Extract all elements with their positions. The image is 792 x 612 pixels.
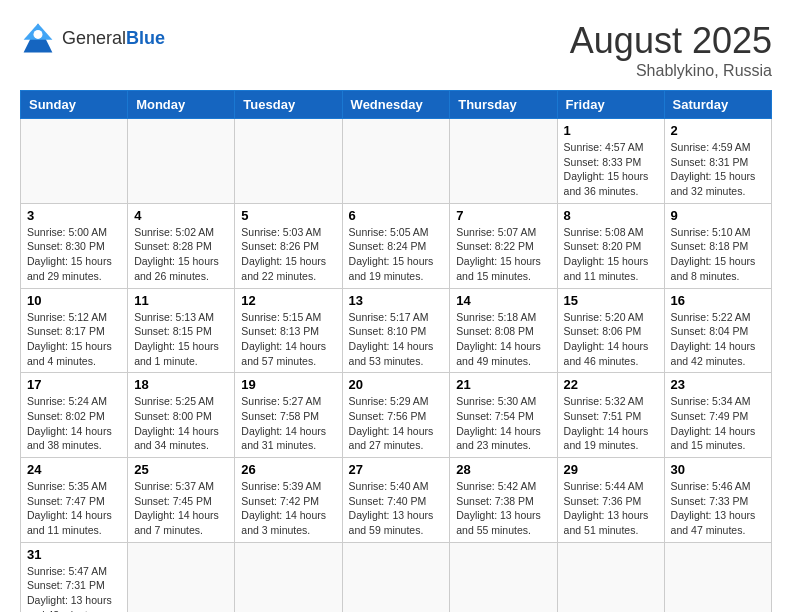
day-number: 17 <box>27 377 121 392</box>
day-info: Sunrise: 5:46 AM Sunset: 7:33 PM Dayligh… <box>671 479 765 538</box>
day-number: 4 <box>134 208 228 223</box>
day-info: Sunrise: 5:00 AM Sunset: 8:30 PM Dayligh… <box>27 225 121 284</box>
day-number: 24 <box>27 462 121 477</box>
calendar-cell: 15Sunrise: 5:20 AM Sunset: 8:06 PM Dayli… <box>557 288 664 373</box>
calendar-cell <box>342 542 450 612</box>
calendar-cell <box>664 542 771 612</box>
logo: GeneralBlue <box>20 20 165 56</box>
week-row-2: 3Sunrise: 5:00 AM Sunset: 8:30 PM Daylig… <box>21 203 772 288</box>
calendar-cell: 1Sunrise: 4:57 AM Sunset: 8:33 PM Daylig… <box>557 119 664 204</box>
calendar-cell <box>450 119 557 204</box>
day-info: Sunrise: 5:37 AM Sunset: 7:45 PM Dayligh… <box>134 479 228 538</box>
day-info: Sunrise: 5:10 AM Sunset: 8:18 PM Dayligh… <box>671 225 765 284</box>
calendar-cell: 23Sunrise: 5:34 AM Sunset: 7:49 PM Dayli… <box>664 373 771 458</box>
month-title: August 2025 <box>570 20 772 62</box>
calendar-cell: 12Sunrise: 5:15 AM Sunset: 8:13 PM Dayli… <box>235 288 342 373</box>
weekday-header-sunday: Sunday <box>21 91 128 119</box>
svg-point-2 <box>34 30 43 39</box>
calendar-cell: 19Sunrise: 5:27 AM Sunset: 7:58 PM Dayli… <box>235 373 342 458</box>
day-number: 31 <box>27 547 121 562</box>
day-info: Sunrise: 5:12 AM Sunset: 8:17 PM Dayligh… <box>27 310 121 369</box>
day-info: Sunrise: 5:25 AM Sunset: 8:00 PM Dayligh… <box>134 394 228 453</box>
week-row-1: 1Sunrise: 4:57 AM Sunset: 8:33 PM Daylig… <box>21 119 772 204</box>
logo-blue: Blue <box>126 28 165 48</box>
day-number: 9 <box>671 208 765 223</box>
day-number: 14 <box>456 293 550 308</box>
calendar-cell <box>128 542 235 612</box>
calendar-cell: 10Sunrise: 5:12 AM Sunset: 8:17 PM Dayli… <box>21 288 128 373</box>
day-number: 29 <box>564 462 658 477</box>
day-info: Sunrise: 5:05 AM Sunset: 8:24 PM Dayligh… <box>349 225 444 284</box>
day-number: 15 <box>564 293 658 308</box>
calendar-cell <box>557 542 664 612</box>
day-number: 27 <box>349 462 444 477</box>
title-block: August 2025 Shablykino, Russia <box>570 20 772 80</box>
day-number: 19 <box>241 377 335 392</box>
day-info: Sunrise: 5:24 AM Sunset: 8:02 PM Dayligh… <box>27 394 121 453</box>
weekday-header-tuesday: Tuesday <box>235 91 342 119</box>
day-info: Sunrise: 5:18 AM Sunset: 8:08 PM Dayligh… <box>456 310 550 369</box>
calendar-cell: 16Sunrise: 5:22 AM Sunset: 8:04 PM Dayli… <box>664 288 771 373</box>
day-info: Sunrise: 5:27 AM Sunset: 7:58 PM Dayligh… <box>241 394 335 453</box>
location-title: Shablykino, Russia <box>570 62 772 80</box>
day-number: 3 <box>27 208 121 223</box>
day-number: 18 <box>134 377 228 392</box>
calendar-cell: 29Sunrise: 5:44 AM Sunset: 7:36 PM Dayli… <box>557 458 664 543</box>
logo-text: GeneralBlue <box>62 28 165 49</box>
day-info: Sunrise: 5:34 AM Sunset: 7:49 PM Dayligh… <box>671 394 765 453</box>
calendar-cell: 14Sunrise: 5:18 AM Sunset: 8:08 PM Dayli… <box>450 288 557 373</box>
weekday-header-friday: Friday <box>557 91 664 119</box>
day-info: Sunrise: 5:03 AM Sunset: 8:26 PM Dayligh… <box>241 225 335 284</box>
week-row-4: 17Sunrise: 5:24 AM Sunset: 8:02 PM Dayli… <box>21 373 772 458</box>
day-info: Sunrise: 5:17 AM Sunset: 8:10 PM Dayligh… <box>349 310 444 369</box>
day-info: Sunrise: 5:08 AM Sunset: 8:20 PM Dayligh… <box>564 225 658 284</box>
week-row-6: 31Sunrise: 5:47 AM Sunset: 7:31 PM Dayli… <box>21 542 772 612</box>
calendar-cell: 25Sunrise: 5:37 AM Sunset: 7:45 PM Dayli… <box>128 458 235 543</box>
day-number: 1 <box>564 123 658 138</box>
calendar-cell: 27Sunrise: 5:40 AM Sunset: 7:40 PM Dayli… <box>342 458 450 543</box>
calendar-cell: 7Sunrise: 5:07 AM Sunset: 8:22 PM Daylig… <box>450 203 557 288</box>
calendar-cell: 24Sunrise: 5:35 AM Sunset: 7:47 PM Dayli… <box>21 458 128 543</box>
day-info: Sunrise: 5:40 AM Sunset: 7:40 PM Dayligh… <box>349 479 444 538</box>
calendar-cell: 13Sunrise: 5:17 AM Sunset: 8:10 PM Dayli… <box>342 288 450 373</box>
calendar-cell: 31Sunrise: 5:47 AM Sunset: 7:31 PM Dayli… <box>21 542 128 612</box>
week-row-3: 10Sunrise: 5:12 AM Sunset: 8:17 PM Dayli… <box>21 288 772 373</box>
weekday-header-monday: Monday <box>128 91 235 119</box>
calendar-cell: 6Sunrise: 5:05 AM Sunset: 8:24 PM Daylig… <box>342 203 450 288</box>
day-number: 28 <box>456 462 550 477</box>
day-number: 5 <box>241 208 335 223</box>
weekday-header-thursday: Thursday <box>450 91 557 119</box>
calendar-cell: 26Sunrise: 5:39 AM Sunset: 7:42 PM Dayli… <box>235 458 342 543</box>
calendar-cell: 30Sunrise: 5:46 AM Sunset: 7:33 PM Dayli… <box>664 458 771 543</box>
calendar-cell <box>235 542 342 612</box>
header: GeneralBlue August 2025 Shablykino, Russ… <box>20 20 772 80</box>
day-info: Sunrise: 4:59 AM Sunset: 8:31 PM Dayligh… <box>671 140 765 199</box>
day-number: 22 <box>564 377 658 392</box>
day-info: Sunrise: 5:02 AM Sunset: 8:28 PM Dayligh… <box>134 225 228 284</box>
calendar-cell <box>342 119 450 204</box>
day-info: Sunrise: 5:39 AM Sunset: 7:42 PM Dayligh… <box>241 479 335 538</box>
day-info: Sunrise: 5:42 AM Sunset: 7:38 PM Dayligh… <box>456 479 550 538</box>
day-info: Sunrise: 5:22 AM Sunset: 8:04 PM Dayligh… <box>671 310 765 369</box>
calendar: SundayMondayTuesdayWednesdayThursdayFrid… <box>20 90 772 612</box>
weekday-header-wednesday: Wednesday <box>342 91 450 119</box>
day-info: Sunrise: 5:15 AM Sunset: 8:13 PM Dayligh… <box>241 310 335 369</box>
calendar-cell: 3Sunrise: 5:00 AM Sunset: 8:30 PM Daylig… <box>21 203 128 288</box>
weekday-header-saturday: Saturday <box>664 91 771 119</box>
day-info: Sunrise: 5:35 AM Sunset: 7:47 PM Dayligh… <box>27 479 121 538</box>
day-info: Sunrise: 5:44 AM Sunset: 7:36 PM Dayligh… <box>564 479 658 538</box>
calendar-cell: 9Sunrise: 5:10 AM Sunset: 8:18 PM Daylig… <box>664 203 771 288</box>
day-number: 23 <box>671 377 765 392</box>
calendar-cell <box>128 119 235 204</box>
calendar-cell <box>235 119 342 204</box>
day-number: 10 <box>27 293 121 308</box>
calendar-cell: 4Sunrise: 5:02 AM Sunset: 8:28 PM Daylig… <box>128 203 235 288</box>
day-info: Sunrise: 5:29 AM Sunset: 7:56 PM Dayligh… <box>349 394 444 453</box>
calendar-cell: 8Sunrise: 5:08 AM Sunset: 8:20 PM Daylig… <box>557 203 664 288</box>
logo-general: General <box>62 28 126 48</box>
day-number: 30 <box>671 462 765 477</box>
day-number: 11 <box>134 293 228 308</box>
day-info: Sunrise: 5:47 AM Sunset: 7:31 PM Dayligh… <box>27 564 121 612</box>
weekday-header-row: SundayMondayTuesdayWednesdayThursdayFrid… <box>21 91 772 119</box>
day-info: Sunrise: 5:13 AM Sunset: 8:15 PM Dayligh… <box>134 310 228 369</box>
